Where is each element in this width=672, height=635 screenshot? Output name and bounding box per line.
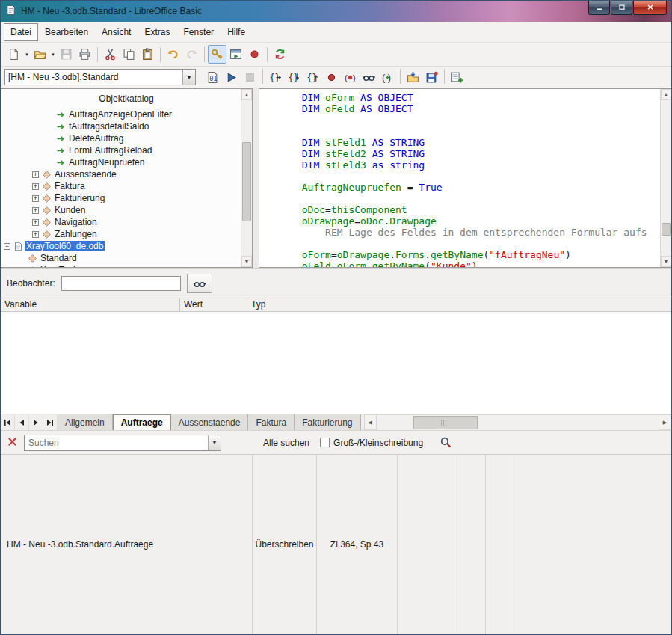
close-button[interactable] [633, 1, 667, 15]
tree-item-Aussenstaende[interactable]: +Aussenstaende [2, 168, 240, 180]
code-editor[interactable]: DIM oForm AS OBJECT DIM oFeld AS OBJECT … [259, 88, 671, 268]
tree-item-XrayTool60_de.odb[interactable]: −XrayTool60_de.odb [2, 240, 240, 252]
close-findbar-icon[interactable] [7, 436, 18, 450]
breakpoint-icon[interactable] [322, 68, 341, 87]
code-line[interactable]: oFeld=oForm.getByName("Kunde") [261, 260, 660, 267]
code-line[interactable]: DIM stFeld3 as string [261, 159, 660, 171]
menu-datei[interactable]: Datei [4, 23, 38, 41]
scroll-track[interactable] [377, 414, 659, 430]
tree-label[interactable]: Aussenstaende [53, 169, 118, 180]
scroll-track[interactable] [661, 100, 671, 256]
code-line[interactable]: oDrawpage=oDoc.Drawpage [261, 215, 660, 227]
tree-label[interactable]: Kunden [53, 205, 87, 215]
record-macro-icon[interactable] [245, 45, 264, 64]
tree-label[interactable]: Fakturierung [53, 193, 106, 203]
tree-item-FormFAuftragReload[interactable]: FormFAuftragReload [2, 144, 240, 156]
expand-icon[interactable]: + [32, 219, 39, 226]
tree-item-Zahlungen[interactable]: +Zahlungen [2, 228, 240, 240]
find-parentheses-icon[interactable]: ( ) [378, 68, 397, 87]
redo-icon[interactable] [182, 45, 201, 64]
tab-aussenstaende[interactable]: Aussenstaende [171, 414, 249, 430]
import-source-icon[interactable] [404, 68, 422, 87]
tree-item-AuftragAnzeigeOpenFilter[interactable]: AuftragAnzeigeOpenFilter [2, 108, 240, 120]
tree-label[interactable]: fAuftragsdetailSaldo [67, 121, 150, 132]
key-icon[interactable] [208, 45, 226, 64]
collapse-icon[interactable]: − [18, 267, 25, 268]
find-replace-icon[interactable] [440, 436, 452, 449]
scroll-up-icon[interactable]: ▲ [661, 89, 671, 100]
panel-splitter[interactable] [253, 88, 259, 268]
tree-item-Kunden[interactable]: +Kunden [2, 204, 240, 216]
horizontal-scrollbar[interactable]: ◀ ▶ [364, 414, 671, 430]
find-all-button[interactable]: Alle suchen [259, 435, 314, 451]
first-tab-button[interactable] [1, 414, 15, 430]
tree-label[interactable]: XrayTool [39, 265, 77, 267]
run-icon[interactable] [222, 68, 241, 87]
dropdown-arrow-icon[interactable]: ▾ [23, 52, 31, 58]
scroll-track[interactable] [241, 100, 252, 256]
manage-breakpoints-icon[interactable]: () [341, 68, 360, 87]
reload-icon[interactable] [271, 45, 289, 64]
expand-icon[interactable]: + [32, 171, 39, 178]
tree-item-fAuftragsdetailSaldo[interactable]: fAuftragsdetailSaldo [2, 120, 240, 132]
cut-icon[interactable] [101, 45, 120, 64]
tree-item-Navigation[interactable]: +Navigation [2, 216, 240, 228]
catalog-scrollbar[interactable]: ▲ ▼ [241, 89, 252, 267]
code-line[interactable]: REM Lage des Feldes in dem entsprechende… [261, 227, 660, 238]
save-icon[interactable] [57, 45, 75, 64]
scroll-thumb[interactable] [242, 142, 251, 221]
undo-icon[interactable] [164, 45, 182, 64]
scroll-right-icon[interactable]: ▶ [659, 414, 671, 430]
code-line[interactable]: oForm=oDrawpage.Forms.getByName("fAuftra… [261, 249, 660, 260]
code-area[interactable]: DIM oForm AS OBJECT DIM oFeld AS OBJECT … [259, 89, 660, 267]
run-dialog-icon[interactable] [226, 45, 245, 64]
scroll-down-icon[interactable]: ▼ [661, 256, 671, 267]
last-tab-button[interactable] [43, 414, 58, 430]
tree-label[interactable]: AuftragAnzeigeOpenFilter [67, 109, 173, 120]
tree-label[interactable]: Zahlungen [53, 229, 99, 239]
tree-label[interactable]: Standard [39, 253, 78, 263]
save-source-icon[interactable] [422, 68, 441, 87]
column-header-typ[interactable]: Typ [247, 298, 671, 311]
step-out-icon[interactable]: {} [303, 68, 322, 87]
dropdown-arrow-icon[interactable]: ▾ [49, 52, 57, 58]
procedure-step-icon[interactable]: {} [266, 68, 285, 87]
code-line[interactable] [261, 171, 660, 182]
tree-label[interactable]: FormFAuftragReload [67, 145, 153, 156]
tree-label[interactable]: Navigation [53, 217, 99, 227]
copy-icon[interactable] [120, 45, 138, 64]
column-header-variable[interactable]: Variable [1, 298, 180, 311]
code-line[interactable]: DIM stFeld1 AS STRING [261, 137, 660, 148]
expand-icon[interactable]: + [32, 183, 39, 190]
tree-item-XrayTool[interactable]: −XrayTool [2, 264, 240, 267]
scroll-left-icon[interactable]: ◀ [364, 414, 377, 430]
next-tab-button[interactable] [29, 414, 43, 430]
code-line[interactable]: DIM stFeld2 AS STRING [261, 148, 660, 159]
open-icon[interactable] [31, 45, 49, 64]
code-line[interactable]: DIM oForm AS OBJECT [261, 92, 660, 103]
watch-input[interactable] [61, 276, 181, 291]
match-case-label[interactable]: Groß-/Kleinschreibung [333, 438, 423, 448]
expand-icon[interactable]: + [32, 231, 39, 238]
compile-icon[interactable]: 01 [203, 68, 222, 87]
tab-auftraege[interactable]: Auftraege [113, 414, 171, 430]
tree-label[interactable]: Faktura [53, 181, 87, 191]
tree-item-AuftragNeupruefen[interactable]: AuftragNeupruefen [2, 156, 240, 168]
status-insert-mode[interactable]: Überschreiben [253, 455, 317, 634]
minimize-button[interactable] [588, 1, 610, 15]
search-input[interactable]: Suchen ▼ [24, 435, 221, 451]
tab-fakturierung[interactable]: Fakturierung [295, 414, 360, 430]
menu-hilfe[interactable]: Hilfe [221, 23, 252, 41]
dropdown-arrow-icon[interactable]: ▼ [182, 70, 195, 85]
new-document-icon[interactable] [4, 45, 23, 64]
insert-module-icon[interactable] [448, 68, 466, 87]
tree-label[interactable]: AuftragNeupruefen [67, 157, 146, 168]
code-line[interactable] [261, 114, 660, 126]
maximize-button[interactable] [611, 1, 632, 15]
tree-item-Faktura[interactable]: +Faktura [2, 180, 240, 192]
watch-icon[interactable] [360, 68, 378, 87]
code-line[interactable] [261, 238, 660, 249]
match-case-checkbox[interactable] [320, 438, 330, 447]
watch-table-body[interactable] [1, 312, 671, 414]
expand-icon[interactable]: + [32, 207, 39, 214]
